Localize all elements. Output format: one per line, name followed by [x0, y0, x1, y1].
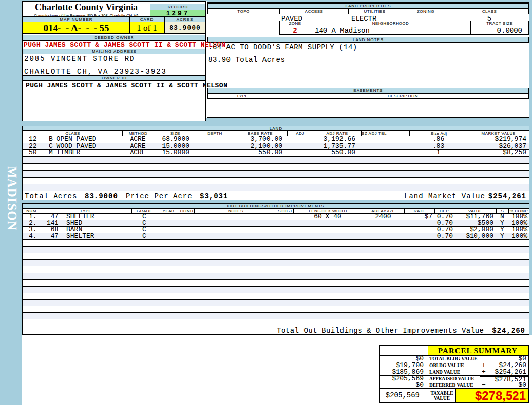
parcel-summary-title: PARCEL SUMMARY — [428, 346, 528, 356]
summary-label: OBLDG VALUE — [428, 362, 480, 369]
area_size-cell — [362, 220, 404, 226]
rate-cell: $7 — [404, 214, 434, 220]
district-watermark: MADISON — [5, 166, 19, 257]
depth-cell — [197, 136, 233, 143]
summary-label: DEFERRED VALUE — [428, 382, 480, 389]
sz_adj_tbl-cell — [361, 150, 387, 156]
cond-cell — [179, 214, 194, 220]
table-row: 2.141 SHEDC0.70$500Y100% — [23, 220, 529, 227]
taxable-label: TAXABLE VALUE — [428, 389, 455, 402]
total-acres-label: Total Acres — [25, 192, 77, 200]
length_width-cell: 60 X 40 — [293, 214, 362, 220]
acres-value: 83.9000 — [164, 22, 206, 34]
deeded-owner-value: PUGH JAMES SCOTT & JAMES SCOTT II & SCOT… — [24, 41, 225, 48]
table-row — [23, 184, 529, 191]
notes-cell — [194, 233, 277, 239]
land-note-2: 83.90 Total Acres — [208, 56, 285, 64]
year-cell — [158, 227, 179, 233]
land-properties-panel: LAND PROPERTIES TOPO ACCESS UTILITIES ZO… — [207, 2, 529, 118]
out-buildings-total-value: $24,260 — [468, 327, 525, 335]
summary-value: $0− — [480, 382, 528, 389]
record-value: 1297 — [150, 10, 206, 17]
taxable-value-cell: $278,521 — [455, 389, 528, 402]
blank-cell — [387, 143, 409, 150]
sz_adj_tbl-cell — [361, 143, 387, 150]
table-row: 4. 47 SHELTERC0.70$10,000Y100% — [23, 233, 529, 240]
land-note-1: .64 AC TO DODD'S FARM SUPPLY (14) — [208, 43, 357, 51]
notes-cell — [194, 214, 277, 220]
s-cell: Y — [496, 233, 508, 239]
easement-description-header: DESCRIPTION — [277, 93, 529, 99]
length_width-cell — [293, 227, 362, 233]
notes-cell — [194, 220, 277, 226]
cond-cell — [179, 220, 194, 226]
column-header: NOTES — [194, 208, 277, 214]
class-cell: 12 B OPEN PAVED — [23, 136, 122, 143]
sz_adj_tbl-cell — [361, 136, 387, 143]
neighborhood-name: Madison — [340, 27, 370, 35]
adj_rate-cell: 550.00 — [313, 150, 361, 156]
owner-id-label: OWNER ID — [23, 75, 206, 81]
access-header: ACCESS — [279, 9, 349, 14]
mailing-address-label: MAILING ADDRESS — [23, 49, 206, 54]
sthgt-cell — [277, 233, 293, 239]
table-row: 3. 68 BARNC0.70$2,000Y100% — [23, 227, 529, 233]
pct_comp-cell: 100% — [508, 233, 529, 239]
table-row — [23, 260, 529, 266]
adj_rate-cell: 3,192.66 — [313, 136, 361, 143]
table-row: 1. 47 SHELTERC60 X 402400$70.70$11,760N1… — [23, 214, 529, 220]
county-title-box: Charlotte County Virginia Commissioner o… — [23, 2, 150, 17]
owner-id-value: PUGH JAMES SCOTT & JAMES SCOTT II & SCOT… — [26, 82, 227, 89]
column-header: DEPTH — [197, 131, 233, 136]
neighborhood-code: 140 A — [315, 27, 336, 35]
out-buildings-title: OUT BUILDINGS/OTHER IMPROVEMENTS — [22, 203, 529, 208]
utilities-header: UTILITIES — [348, 9, 401, 14]
land-total-row: Total Acres 83.9000 Price Per Acre $3,03… — [23, 191, 529, 200]
length_width-cell — [293, 233, 362, 239]
column-header: COND — [179, 208, 195, 214]
size-cell: 68.9000 — [154, 136, 197, 143]
table-row — [23, 247, 529, 253]
out-buildings-total-label: Total Out Buildings & Other Improvements… — [277, 327, 484, 335]
total-acres-value: 83.9000 — [85, 192, 118, 200]
land-market-value: $254,261 — [468, 192, 526, 200]
map-number-value: 014- - A- - - 55 — [23, 22, 130, 34]
column-header: STHGT — [277, 208, 294, 214]
summary-prior-value: $0 — [380, 382, 428, 389]
out-buildings-total-row: Total Out Buildings & Other Improvements… — [23, 326, 529, 334]
column-header: ADJ — [287, 131, 313, 136]
table-row — [23, 313, 529, 319]
area_size-cell — [362, 233, 404, 239]
table-row — [23, 300, 529, 306]
table-row — [23, 240, 529, 247]
table-row — [23, 178, 529, 185]
summary-blank-1 — [380, 346, 428, 352]
sthgt-cell — [277, 227, 293, 233]
table-row — [23, 287, 529, 293]
owner-panel: Charlotte County Virginia Commissioner o… — [22, 1, 206, 122]
adj-cell — [287, 150, 313, 156]
table-row — [23, 273, 529, 280]
table-row — [23, 306, 529, 313]
column-header: YEAR — [158, 208, 179, 214]
method-cell: ACRE — [122, 150, 154, 156]
zone-divider — [311, 26, 311, 35]
depth-cell — [197, 143, 233, 150]
rate-cell — [404, 233, 434, 239]
land-notes-title: LAND NOTES — [207, 37, 529, 43]
rate-cell — [404, 227, 434, 233]
table-row — [23, 253, 529, 260]
table-row: 50 M TIMBERACRE15.0000550.00550.001$8,25… — [23, 150, 529, 157]
taxable-prior: $205,569 — [380, 389, 424, 402]
price-per-acre-value: $3,031 — [200, 192, 228, 200]
market_value-cell: $8,250 — [468, 150, 529, 156]
size_adj-cell: 1 — [409, 150, 468, 156]
deeded-owner-label: DEEDED OWNER — [23, 35, 206, 40]
summary-label: APPRAISED VALUE — [428, 376, 480, 382]
table-row — [23, 164, 529, 171]
cond-cell — [179, 233, 194, 239]
size-cell: 15.0000 — [154, 150, 197, 156]
num-cell: 4. — [23, 233, 40, 239]
summary-label: LAND VALUE — [428, 369, 480, 376]
tract-size-value: 0.0000 — [470, 27, 522, 35]
